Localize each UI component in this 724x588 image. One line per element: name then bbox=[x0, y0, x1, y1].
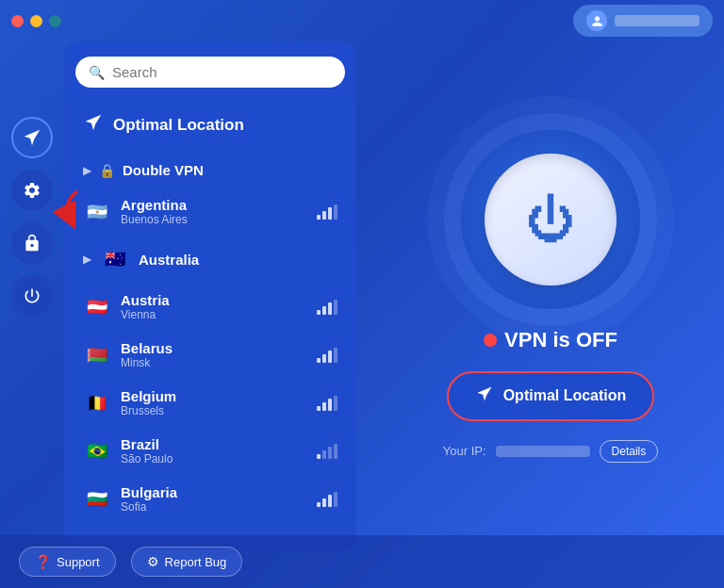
server-info: Australia bbox=[139, 252, 337, 268]
list-item[interactable]: 🇧🇾 Belarus Minsk bbox=[75, 331, 345, 379]
right-panel: ⏻ VPN is OFF Optimal Location Your IP: D… bbox=[377, 41, 724, 550]
power-button-outer: ⏻ bbox=[461, 130, 640, 309]
flag-bulgaria: 🇧🇬 bbox=[83, 485, 111, 514]
country-name: Bulgaria bbox=[121, 484, 307, 500]
bar3 bbox=[328, 302, 332, 315]
optimal-location-item[interactable]: Optimal Location bbox=[75, 101, 345, 149]
signal-bars bbox=[317, 444, 337, 459]
server-info: Brazil São Paulo bbox=[121, 436, 307, 466]
bar1 bbox=[317, 406, 321, 411]
server-info: Belgium Brussels bbox=[121, 388, 307, 417]
connect-button[interactable]: Optimal Location bbox=[447, 371, 655, 421]
chevron-expand-icon: ▶ bbox=[83, 253, 91, 266]
server-panel: 🔍 Optimal Location ▶ 🔒 Double VPN 🇦🇷 Arg… bbox=[64, 41, 356, 550]
bar1 bbox=[317, 215, 321, 220]
bar2 bbox=[322, 498, 326, 507]
bug-icon: ⚙ bbox=[147, 554, 159, 569]
signal-bars bbox=[317, 348, 337, 363]
search-bar[interactable]: 🔍 bbox=[75, 57, 345, 88]
city-name: Buenos Aires bbox=[121, 213, 307, 226]
city-name: Vienna bbox=[121, 308, 307, 321]
bar2 bbox=[322, 211, 326, 220]
connect-icon bbox=[475, 384, 494, 408]
flag-austria: 🇦🇹 bbox=[83, 293, 111, 321]
support-label: Support bbox=[57, 555, 100, 569]
bar4 bbox=[334, 348, 337, 363]
flag-argentina: 🇦🇷 bbox=[83, 198, 111, 226]
country-name: Australia bbox=[139, 252, 337, 268]
vpn-status-label: VPN is OFF bbox=[504, 328, 617, 352]
report-bug-label: Report Bug bbox=[165, 555, 227, 569]
ip-info: Your IP: Details bbox=[443, 440, 658, 463]
power-button[interactable]: ⏻ bbox=[485, 154, 617, 286]
chevron-icon: ▶ bbox=[83, 164, 91, 177]
user-name-display bbox=[615, 15, 699, 26]
list-item[interactable]: ▶ 🇨🇦 Canada bbox=[75, 523, 345, 529]
country-name: Belarus bbox=[121, 340, 307, 356]
bar4 bbox=[334, 492, 337, 507]
sidebar-item-settings[interactable] bbox=[11, 170, 53, 211]
list-item[interactable]: 🇧🇬 Bulgaria Sofia bbox=[75, 475, 345, 523]
sidebar-item-privacy[interactable] bbox=[11, 275, 53, 317]
city-name: São Paulo bbox=[121, 452, 307, 466]
city-name: Sofia bbox=[121, 500, 307, 514]
list-item[interactable]: 🇧🇷 Brazil São Paulo bbox=[75, 427, 345, 475]
signal-bars bbox=[317, 204, 337, 220]
bar1 bbox=[317, 310, 321, 315]
server-info: Bulgaria Sofia bbox=[121, 484, 307, 514]
server-list: Optimal Location ▶ 🔒 Double VPN 🇦🇷 Argen… bbox=[75, 101, 345, 529]
support-button[interactable]: ❓ Support bbox=[19, 547, 116, 577]
report-bug-button[interactable]: ⚙ Report Bug bbox=[131, 547, 243, 577]
ip-address bbox=[496, 446, 590, 457]
bar3 bbox=[328, 207, 332, 220]
user-badge[interactable] bbox=[573, 5, 713, 37]
double-vpn-label: Double VPN bbox=[123, 162, 337, 178]
bottom-bar: ❓ Support ⚙ Report Bug bbox=[0, 535, 724, 588]
bar3 bbox=[328, 351, 332, 363]
signal-bars bbox=[317, 492, 337, 507]
country-name: Brazil bbox=[121, 436, 307, 452]
bar4 bbox=[334, 444, 337, 459]
bar3 bbox=[328, 495, 332, 507]
double-vpn-item[interactable]: ▶ 🔒 Double VPN bbox=[75, 153, 345, 188]
list-item[interactable]: 🇧🇪 Belgium Brussels bbox=[75, 379, 345, 427]
details-button[interactable]: Details bbox=[600, 440, 659, 463]
sidebar-item-servers[interactable] bbox=[11, 117, 53, 158]
signal-bars bbox=[317, 396, 337, 411]
bar4 bbox=[334, 300, 337, 315]
flag-belarus: 🇧🇾 bbox=[83, 341, 111, 369]
sidebar-item-lock[interactable] bbox=[11, 222, 53, 264]
country-name: Argentina bbox=[121, 197, 307, 213]
traffic-lights bbox=[11, 15, 61, 27]
server-info: Austria Vienna bbox=[121, 292, 307, 321]
search-icon: 🔍 bbox=[89, 65, 105, 80]
search-input[interactable] bbox=[112, 64, 332, 80]
server-info: Argentina Buenos Aires bbox=[121, 197, 307, 226]
server-info: Belarus Minsk bbox=[121, 340, 307, 369]
bar2 bbox=[322, 354, 326, 363]
bar2 bbox=[322, 450, 326, 459]
bar2 bbox=[322, 402, 326, 411]
maximize-button[interactable] bbox=[49, 15, 61, 27]
user-avatar bbox=[586, 10, 607, 31]
support-icon: ❓ bbox=[35, 554, 51, 569]
bar1 bbox=[317, 454, 321, 459]
bar4 bbox=[334, 204, 337, 220]
power-icon: ⏻ bbox=[526, 195, 575, 244]
vpn-status: VPN is OFF bbox=[484, 328, 617, 352]
ip-label: Your IP: bbox=[443, 444, 486, 458]
bar2 bbox=[322, 306, 326, 315]
optimal-icon bbox=[83, 112, 104, 138]
list-item[interactable]: 🇦🇹 Austria Vienna bbox=[75, 283, 345, 331]
list-item[interactable]: ▶ 🇦🇺 Australia bbox=[75, 236, 345, 283]
bar4 bbox=[334, 396, 337, 411]
double-vpn-info: Double VPN bbox=[123, 162, 337, 178]
signal-bars bbox=[317, 300, 337, 315]
status-dot-off bbox=[484, 334, 497, 347]
bar3 bbox=[328, 399, 332, 411]
minimize-button[interactable] bbox=[30, 15, 42, 27]
titlebar bbox=[0, 0, 724, 41]
list-item[interactable]: 🇦🇷 Argentina Buenos Aires bbox=[75, 188, 345, 236]
close-button[interactable] bbox=[11, 15, 24, 27]
connect-label: Optimal Location bbox=[503, 387, 627, 404]
